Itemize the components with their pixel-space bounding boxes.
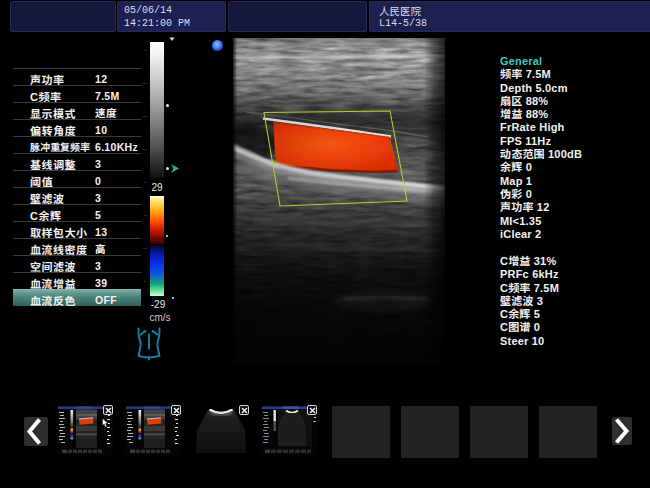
gain-arrow-icon bbox=[170, 163, 181, 174]
mouse-cursor-icon bbox=[102, 418, 109, 428]
ultrasound-image[interactable] bbox=[233, 38, 445, 365]
image-info-line: iClear 2 bbox=[500, 225, 648, 238]
depth-ruler-tick bbox=[143, 116, 147, 117]
chevron-left-icon bbox=[24, 417, 48, 446]
param-value: OFF bbox=[95, 292, 117, 307]
colorbar-marker bbox=[166, 235, 168, 237]
image-info-line: 扇区 88% bbox=[500, 92, 648, 105]
param-row-13[interactable]: 血流反色 OFF bbox=[13, 289, 141, 306]
probe-orientation-dot bbox=[212, 40, 223, 51]
image-info-line: FPS 11Hz bbox=[500, 132, 648, 145]
doppler-colorbar-negative bbox=[150, 245, 164, 296]
param-row-1[interactable]: C频率 7.5M bbox=[13, 85, 141, 102]
depth-ruler-tick bbox=[143, 215, 147, 216]
param-label: 脉冲重复频率 bbox=[30, 139, 90, 154]
thumbnail-close-button[interactable] bbox=[307, 405, 317, 415]
param-row-10[interactable]: 血流线密度 高 bbox=[13, 238, 141, 255]
depth-ruler-tick bbox=[143, 83, 147, 84]
thumbnail-close-button[interactable] bbox=[103, 405, 113, 415]
param-row-3[interactable]: 偏转角度 10 bbox=[13, 119, 141, 136]
param-row-8[interactable]: C余辉 5 bbox=[13, 204, 141, 221]
thumbnail-color-doppler-2[interactable] bbox=[125, 406, 181, 455]
velocity-max-label: 29 bbox=[146, 182, 168, 193]
param-value: 高 bbox=[95, 241, 106, 256]
image-info-line: 频率 7.5M bbox=[500, 65, 648, 78]
thumbnail-convex-scan[interactable] bbox=[193, 406, 249, 455]
param-value: 0 bbox=[95, 173, 101, 188]
thumbnail-empty-slot bbox=[539, 406, 597, 458]
colorbar-bottom-marker bbox=[172, 297, 174, 299]
image-info-line: Map 1 bbox=[500, 172, 648, 185]
date-text: 05/06/14 bbox=[124, 4, 225, 17]
close-icon bbox=[104, 406, 113, 415]
topbar-segment-patient bbox=[10, 1, 116, 32]
image-info-line: 动态范围 100dB bbox=[500, 145, 648, 158]
depth-ruler-tick bbox=[143, 149, 147, 150]
image-info-line: 伪彩 0 bbox=[500, 185, 648, 198]
param-row-6[interactable]: 阈值 0 bbox=[13, 170, 141, 187]
preset-label: General bbox=[500, 52, 648, 65]
thumbnails-prev-button[interactable] bbox=[24, 417, 48, 446]
param-value: 39 bbox=[95, 275, 107, 290]
param-value: 7.5M bbox=[95, 88, 120, 103]
param-row-11[interactable]: 空间滤波 3 bbox=[13, 255, 141, 272]
thumbnails-next-button[interactable] bbox=[612, 417, 632, 445]
body-mark-icon[interactable] bbox=[135, 326, 163, 364]
depth-ruler-tick bbox=[143, 281, 147, 282]
velocity-unit-label: cm/s bbox=[146, 312, 174, 323]
param-label: 血流反色 bbox=[30, 292, 76, 308]
param-value: 3 bbox=[95, 156, 101, 171]
image-info-line: MI<1.35 bbox=[500, 212, 648, 225]
param-row-5[interactable]: 基线调整 3 bbox=[13, 153, 141, 170]
param-row-4[interactable]: 脉冲重复频率 6.10KHz bbox=[13, 136, 141, 153]
param-row-0[interactable]: 声功率 12 bbox=[13, 68, 141, 85]
param-row-12[interactable]: 血流增益 39 bbox=[13, 272, 141, 289]
image-info-line: PRFc 6kHz bbox=[500, 265, 648, 278]
thumbnail-empty-slot bbox=[401, 406, 459, 458]
grayscale-bar bbox=[150, 42, 164, 182]
image-info-line: Steer 10 bbox=[500, 332, 648, 345]
image-info-line: Depth 5.0cm bbox=[500, 79, 648, 92]
thumbnail-empty-slot bbox=[332, 406, 390, 458]
image-info-line: C频率 7.5M bbox=[500, 279, 648, 292]
param-row-7[interactable]: 壁滤波 3 bbox=[13, 187, 141, 204]
hospital-name: 人民医院 bbox=[379, 4, 650, 17]
param-value: 速度 bbox=[95, 105, 117, 120]
doppler-colorbar-positive bbox=[150, 196, 164, 244]
image-info-line: C增益 31% bbox=[500, 252, 648, 265]
param-value: 5 bbox=[95, 207, 101, 222]
close-icon bbox=[240, 406, 249, 415]
close-icon bbox=[308, 406, 317, 415]
param-value: 13 bbox=[95, 224, 107, 239]
param-row-2[interactable]: 显示模式 速度 bbox=[13, 102, 141, 119]
thumbnail-color-doppler-1[interactable] bbox=[57, 406, 113, 455]
param-value: 10 bbox=[95, 122, 107, 137]
topbar-segment-datetime: 05/06/14 14:21:00 PM bbox=[117, 1, 226, 32]
image-info-line: 壁滤波 3 bbox=[500, 292, 648, 305]
image-info-line: 声功率 12 bbox=[500, 198, 648, 211]
image-info-line: FrRate High bbox=[500, 118, 648, 131]
thumbnail-strip bbox=[0, 400, 650, 466]
time-text: 14:21:00 PM bbox=[124, 17, 225, 30]
depth-ruler-tick bbox=[143, 248, 147, 249]
velocity-min-label: -29 bbox=[146, 299, 170, 310]
image-info-panel-color: C增益 31% PRFc 6kHz C频率 7.5M 壁滤波 3 C余辉 5 C… bbox=[500, 252, 648, 345]
param-row-9[interactable]: 取样包大小 13 bbox=[13, 221, 141, 238]
thumbnail-convex-screen[interactable] bbox=[261, 406, 317, 455]
param-value: 12 bbox=[95, 71, 107, 86]
thumbnail-close-button[interactable] bbox=[239, 405, 249, 415]
parameter-panel: 声功率 12 C频率 7.5M 显示模式 速度 偏转角度 10 脉冲重复频率 6… bbox=[13, 68, 141, 306]
depth-ruler-tick bbox=[143, 50, 147, 51]
image-info-line: C余辉 5 bbox=[500, 305, 648, 318]
topbar-segment-hospital: 人民医院 L14-5/38 bbox=[369, 1, 650, 32]
probe-model: L14-5/38 bbox=[379, 17, 650, 30]
thumbnail-empty-slot bbox=[470, 406, 528, 458]
thumbnail-close-button[interactable] bbox=[171, 405, 181, 415]
chevron-right-icon bbox=[612, 417, 632, 445]
topbar-segment-exam bbox=[228, 1, 367, 32]
grayscale-top-marker-icon bbox=[169, 37, 175, 42]
close-icon bbox=[172, 406, 181, 415]
param-value: 6.10KHz bbox=[95, 139, 138, 154]
param-value: 3 bbox=[95, 258, 101, 273]
grayscale-mid-marker bbox=[166, 104, 169, 107]
